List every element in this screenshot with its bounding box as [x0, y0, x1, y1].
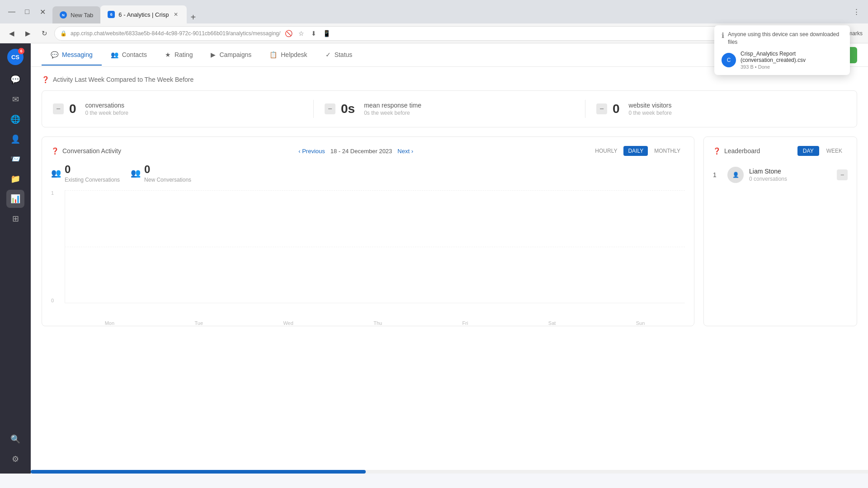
maximize-button[interactable]: □ [21, 5, 33, 18]
visitors-label: website visitors [629, 102, 672, 109]
new-tab-label: New Tab [71, 12, 93, 19]
contacts-tab-label: Contacts [122, 51, 147, 58]
new-conv-number: 0 [144, 163, 191, 176]
daily-button[interactable]: DAILY [623, 146, 648, 156]
leaderboard-week-button[interactable]: WEEK [821, 146, 848, 156]
y-label-bottom: 0 [51, 298, 54, 303]
tab-contacts[interactable]: 👥 Contacts [102, 45, 156, 66]
response-sublabel: 0s the week before [364, 110, 421, 116]
chart-x-axis: Mon Tue Wed Thu Fri Sat Sun [65, 320, 685, 326]
camera-off-icon[interactable]: 🚫 [284, 29, 293, 38]
helpdesk-tab-icon: 📋 [269, 51, 277, 58]
sidebar-item-globe[interactable]: 🌐 [6, 110, 24, 128]
tab-rating[interactable]: ★ Rating [156, 45, 202, 66]
leaderboard-day-button[interactable]: DAY [797, 146, 819, 156]
visitors-sublabel: 0 the week before [629, 110, 672, 116]
avatar-initials: CS [11, 54, 19, 61]
next-link[interactable]: Next › [397, 148, 413, 155]
date-range-label: 18 - 24 December 2023 [330, 148, 392, 155]
forward-button[interactable]: ▶ [22, 27, 34, 40]
leaderboard-filter-buttons: DAY WEEK [797, 146, 848, 156]
existing-conv-icon: 👥 [51, 168, 61, 178]
active-tab-title: 6 - Analytics | Crisp [118, 11, 169, 18]
new-tab-favicon: N [60, 11, 67, 19]
leaderboard-agent-info: Liam Stone 0 conversations [749, 168, 831, 182]
back-button[interactable]: ◀ [5, 27, 18, 40]
sidebar: CS 6 💬 ✉ 🌐 👤 📨 📁 📊 ⊞ 🔍 ⚙ [0, 43, 31, 474]
stats-row: − 0 conversations 0 the week before − 0s [42, 90, 857, 127]
download-notification-popup: ℹ Anyone using this device can see downl… [714, 25, 850, 75]
sidebar-item-settings[interactable]: ⚙ [6, 450, 24, 468]
leaderboard-header: ❓ Leaderboard DAY WEEK [713, 146, 848, 156]
y-label-top: 1 [51, 190, 54, 196]
active-tab[interactable]: 6 6 - Analytics | Crisp ✕ [100, 5, 187, 23]
browser-menu-button[interactable]: ⋮ [850, 5, 863, 18]
bookmark-icon[interactable]: ☆ [297, 29, 306, 38]
address-bar[interactable]: 🔒 app.crisp.chat/website/6833ae5b-844d-4… [54, 26, 759, 41]
address-bar-actions: 🚫 ☆ ⬇ 📱 [284, 29, 333, 38]
helpdesk-tab-label: Helpdesk [281, 51, 307, 58]
sidebar-item-chat[interactable]: 💬 [6, 70, 24, 89]
tablet-icon[interactable]: 📱 [322, 29, 331, 38]
monthly-button[interactable]: MONTHLY [650, 146, 685, 156]
conversations-labels: conversations 0 the week before [85, 102, 128, 116]
reload-button[interactable]: ↻ [38, 27, 51, 40]
minimize-button[interactable]: — [5, 5, 18, 18]
visitors-number: 0 [613, 102, 620, 116]
new-tab-add-button[interactable]: + [187, 11, 199, 23]
leaderboard-card: ❓ Leaderboard DAY WEEK 1 👤 [703, 136, 857, 326]
tab-messaging[interactable]: 💬 Messaging [42, 45, 102, 66]
campaigns-tab-icon: ▶ [211, 51, 216, 58]
x-label-sat: Sat [548, 320, 556, 326]
tab-status[interactable]: ✓ Status [316, 45, 362, 66]
stat-response-time: − 0s mean response time 0s the week befo… [325, 102, 574, 116]
response-labels: mean response time 0s the week before [364, 102, 421, 116]
chart-inner [65, 190, 685, 303]
sidebar-item-contacts[interactable]: 👤 [6, 130, 24, 148]
browser-chrome: — □ ✕ N New Tab 6 6 - Analytics | Crisp … [0, 0, 868, 23]
response-label: mean response time [364, 102, 421, 109]
previous-link[interactable]: ‹ Previous [298, 148, 325, 155]
new-conversations-count: 👥 0 New Conversations [131, 163, 191, 183]
leaderboard-agent-name: Liam Stone [749, 168, 831, 175]
sidebar-item-files[interactable]: 📁 [6, 170, 24, 188]
existing-conversations-count: 👥 0 Existing Conversations [51, 163, 120, 183]
new-conv-icon: 👥 [131, 168, 141, 178]
conversations-value: 0 [69, 102, 76, 116]
new-tab-button[interactable]: N New Tab [52, 6, 100, 23]
hourly-button[interactable]: HOURLY [590, 146, 622, 156]
sidebar-item-search[interactable]: 🔍 [6, 430, 24, 448]
file-name: Crisp_Analytics Report (conversation_cre… [741, 51, 843, 63]
conversations-sublabel: 0 the week before [85, 110, 128, 116]
time-filter-buttons: HOURLY DAILY MONTHLY [590, 146, 685, 156]
leaderboard-rank: 1 [713, 171, 722, 178]
sidebar-item-dashboard[interactable]: ⊞ [6, 210, 24, 228]
avatar[interactable]: CS 6 [7, 49, 24, 65]
leaderboard-action-button[interactable]: − [837, 169, 848, 180]
tab-campaigns[interactable]: ▶ Campaigns [202, 45, 260, 66]
sidebar-item-inbox[interactable]: ✉ [6, 90, 24, 108]
chart-area: 1 0 [51, 190, 685, 317]
active-tab-favicon: 6 [108, 11, 115, 18]
status-tab-icon: ✓ [326, 51, 331, 58]
stat-conversations: − 0 conversations 0 the week before [53, 102, 302, 116]
leaderboard-help-icon: ❓ [713, 147, 721, 155]
response-trend-icon: − [325, 103, 335, 114]
visitors-labels: website visitors 0 the week before [629, 102, 672, 116]
download-icon[interactable]: ⬇ [309, 29, 318, 38]
tab-helpdesk[interactable]: 📋 Helpdesk [260, 45, 316, 66]
lock-icon: 🔒 [60, 30, 67, 37]
file-info: Crisp_Analytics Report (conversation_cre… [741, 51, 843, 70]
x-label-fri: Fri [462, 320, 468, 326]
tab-close-button[interactable]: ✕ [172, 11, 179, 18]
horizontal-scrollbar[interactable] [31, 470, 868, 474]
browser-right-controls: ⋮ [850, 5, 863, 18]
sidebar-item-campaigns[interactable]: 📨 [6, 150, 24, 168]
existing-conv-number: 0 [65, 163, 120, 176]
chart-columns [65, 190, 685, 303]
download-warning: ℹ Anyone using this device can see downl… [722, 31, 843, 46]
avatar-placeholder-icon: 👤 [732, 172, 739, 178]
scrollbar-thumb [31, 470, 366, 474]
sidebar-item-analytics[interactable]: 📊 [6, 190, 24, 208]
close-button[interactable]: ✕ [36, 5, 49, 18]
